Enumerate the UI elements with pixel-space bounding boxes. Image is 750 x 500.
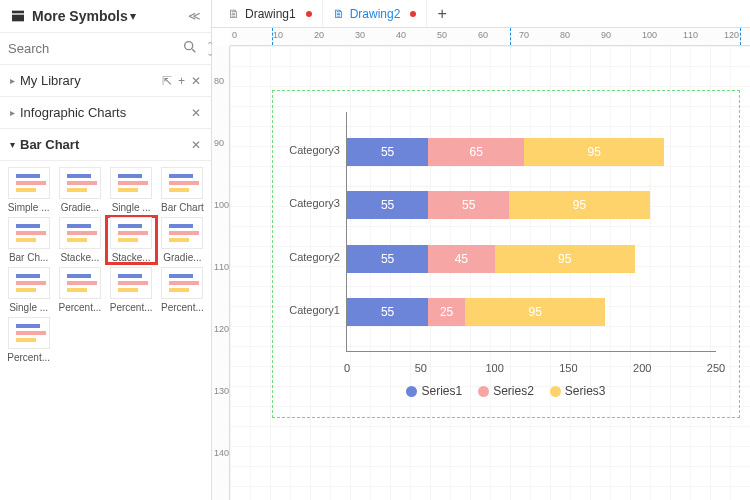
thumb-label: Bar Ch... (9, 252, 48, 263)
category-label: Category3 (286, 144, 344, 156)
section-bar-chart[interactable]: ▾ Bar Chart ✕ (0, 129, 211, 161)
bar-segment: 95 (509, 191, 649, 219)
chevron-right-icon: ▸ (10, 107, 20, 118)
thumb-label: Stacke... (112, 252, 151, 263)
ruler-tick: 120 (214, 324, 229, 334)
ruler-tick: 0 (232, 30, 237, 40)
bar-segment: 25 (428, 298, 465, 326)
canvas-grid[interactable]: Series1Series2Series3 Category3556595Cat… (230, 46, 750, 500)
document-tabs: 🗎 Drawing1 🗎 Drawing2 + (212, 0, 750, 28)
thumb-label: Gradie... (163, 252, 201, 263)
thumbnail-grid: Simple ...Gradie...Single ...Bar ChartBa… (0, 161, 211, 369)
add-icon[interactable]: + (178, 74, 185, 88)
ruler-tick: 80 (560, 30, 570, 40)
ruler-tick: 110 (683, 30, 698, 40)
thumb-label: Bar Chart (161, 202, 204, 213)
chart-thumbnail[interactable]: Percent... (158, 267, 207, 313)
ruler-tick: 100 (214, 200, 229, 210)
section-infographic[interactable]: ▸ Infographic Charts ✕ (0, 97, 211, 129)
ruler-tick: 130 (214, 386, 229, 396)
ruler-tick: 10 (273, 30, 283, 40)
chart-thumbnail[interactable]: Stacke... (55, 217, 104, 263)
dropdown-caret-icon[interactable]: ▾ (130, 9, 136, 23)
file-icon: 🗎 (228, 7, 240, 21)
ruler-tick: 60 (478, 30, 488, 40)
thumb-label: Single ... (112, 202, 151, 213)
x-tick: 150 (559, 362, 577, 374)
ruler-tick: 90 (214, 138, 224, 148)
close-icon[interactable]: ✕ (191, 74, 201, 88)
svg-rect-0 (12, 11, 24, 14)
thumb-label: Percent... (161, 302, 204, 313)
bar-row: 556595 (347, 138, 664, 166)
legend-item: Series1 (406, 384, 462, 398)
chart-thumbnail[interactable]: Percent... (55, 267, 104, 313)
chart-thumbnail[interactable]: Simple ... (4, 167, 53, 213)
ruler-vertical: 8090100110120130140 (212, 46, 230, 500)
chart-thumbnail[interactable]: Single ... (107, 167, 156, 213)
bar-segment: 45 (428, 245, 494, 273)
bar-segment: 95 (524, 138, 664, 166)
symbols-title: More Symbols (32, 8, 128, 24)
tab-label: Drawing2 (350, 7, 401, 21)
ruler-tick: 140 (214, 448, 229, 458)
import-icon[interactable]: ⇱ (162, 74, 172, 88)
chart-thumbnail[interactable]: Stacke... (107, 217, 156, 263)
ruler-tick: 20 (314, 30, 324, 40)
thumb-label: Stacke... (60, 252, 99, 263)
legend-item: Series2 (478, 384, 534, 398)
add-tab-button[interactable]: + (427, 5, 456, 23)
chart-thumbnail[interactable]: Gradie... (158, 217, 207, 263)
collapse-sidebar-icon[interactable]: ≪ (188, 9, 201, 23)
bar-segment: 55 (347, 138, 428, 166)
bar-segment: 55 (347, 298, 428, 326)
ruler-horizontal: 0102030405060708090100110120 (230, 28, 750, 46)
close-icon[interactable]: ✕ (191, 106, 201, 120)
chevron-right-icon: ▸ (10, 75, 20, 86)
search-icon[interactable] (182, 39, 198, 58)
x-tick: 100 (485, 362, 503, 374)
ruler-tick: 100 (642, 30, 657, 40)
close-icon[interactable]: ✕ (191, 138, 201, 152)
ruler-tick: 110 (214, 262, 229, 272)
section-label: Bar Chart (20, 137, 185, 152)
search-input[interactable] (8, 41, 176, 56)
thumb-label: Percent... (7, 352, 50, 363)
svg-rect-1 (12, 15, 24, 22)
chart-thumbnail[interactable]: Bar Ch... (4, 217, 53, 263)
section-my-library[interactable]: ▸ My Library ⇱ + ✕ (0, 65, 211, 97)
chart-thumbnail[interactable]: Gradie... (55, 167, 104, 213)
ruler-tick: 80 (214, 76, 224, 86)
thumb-label: Simple ... (8, 202, 50, 213)
chart-thumbnail[interactable]: Bar Chart (158, 167, 207, 213)
guide-mark[interactable] (740, 28, 741, 45)
chevron-down-icon: ▾ (10, 139, 20, 150)
x-tick: 0 (344, 362, 350, 374)
chart-thumbnail[interactable]: Single ... (4, 267, 53, 313)
sidebar: More Symbols ▾ ≪ ⌃⌄ ▸ My Library ⇱ + ✕ ▸… (0, 0, 212, 500)
file-icon: 🗎 (333, 7, 345, 21)
bar-row: 554595 (347, 245, 635, 273)
library-icon (10, 8, 26, 24)
section-label: My Library (20, 73, 156, 88)
svg-line-3 (192, 49, 195, 52)
category-label: Category2 (286, 251, 344, 263)
ruler-tick: 50 (437, 30, 447, 40)
bar-segment: 65 (428, 138, 524, 166)
x-tick: 200 (633, 362, 651, 374)
x-tick: 50 (415, 362, 427, 374)
guide-mark[interactable] (510, 28, 511, 45)
ruler-tick: 30 (355, 30, 365, 40)
stacked-bar-chart[interactable]: Series1Series2Series3 Category3556595Cat… (286, 104, 726, 404)
search-row: ⌃⌄ (0, 33, 211, 65)
bar-segment: 55 (347, 191, 428, 219)
selection-box[interactable]: Series1Series2Series3 Category3556595Cat… (272, 90, 740, 418)
bar-row: 552595 (347, 298, 605, 326)
chart-thumbnail[interactable]: Percent... (107, 267, 156, 313)
tab-label: Drawing1 (245, 7, 296, 21)
tab-drawing1[interactable]: 🗎 Drawing1 (218, 0, 323, 27)
chart-thumbnail[interactable]: Percent... (4, 317, 53, 363)
x-axis (346, 351, 716, 352)
tab-drawing2[interactable]: 🗎 Drawing2 (323, 0, 428, 27)
ruler-tick: 120 (724, 30, 739, 40)
